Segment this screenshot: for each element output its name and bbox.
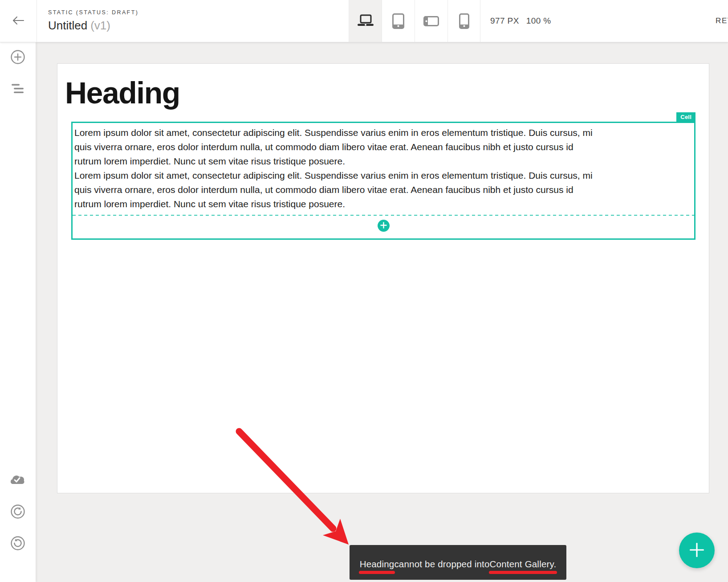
device-mobile-button[interactable] — [447, 0, 480, 42]
cell-badge: Cell — [676, 112, 695, 122]
back-button[interactable] — [0, 0, 37, 42]
redo-icon — [10, 535, 26, 553]
plus-icon — [689, 542, 704, 559]
device-tablet-landscape-button[interactable] — [415, 0, 447, 42]
device-preview-bar — [349, 0, 480, 42]
page-canvas: Heading Cell Lorem ipsum dolor sit amet,… — [57, 63, 709, 493]
back-arrow-icon — [12, 15, 25, 27]
revert-button[interactable]: RET — [716, 0, 728, 42]
plus-icon — [380, 222, 387, 230]
tablet-icon — [392, 13, 404, 29]
content-outline-button[interactable] — [0, 74, 36, 105]
drag-feedback-tooltip: Heading cannot be dropped into Content G… — [350, 545, 566, 580]
header-divider — [37, 0, 37, 42]
page-status-label: STATIC (STATUS: DRAFT) — [48, 9, 138, 16]
document-title-block: STATIC (STATUS: DRAFT) Untitled(v1) — [48, 9, 138, 33]
device-tablet-portrait-button[interactable] — [382, 0, 415, 42]
heading-widget[interactable]: Heading — [65, 78, 709, 108]
phone-icon — [459, 13, 469, 29]
rich-text-widget: Lorem ipsum dolor sit amet, consectetur … — [73, 123, 694, 211]
tablet-landscape-icon — [423, 16, 439, 26]
tooltip-message: Heading cannot be dropped into Content G… — [350, 559, 566, 570]
save-status-indicator — [0, 465, 36, 496]
paragraph: Lorem ipsum dolor sit amet, consectetur … — [74, 168, 692, 211]
cloud-check-icon — [9, 474, 27, 488]
add-widget-in-cell-button[interactable] — [378, 220, 390, 232]
zoom-level-value: 100 % — [526, 16, 551, 26]
page-version: (v1) — [90, 19, 110, 32]
top-bar: STATIC (STATUS: DRAFT) Untitled(v1) — [0, 0, 728, 42]
outline-icon — [11, 83, 24, 95]
laptop-icon — [357, 14, 374, 28]
plus-circle-icon — [10, 49, 26, 66]
add-widget-button[interactable] — [0, 42, 36, 74]
tooltip-segment-heading: Heading — [360, 559, 395, 570]
tooltip-segment-middle: cannot be dropped into — [394, 559, 489, 570]
undo-icon — [10, 504, 26, 521]
undo-button[interactable] — [0, 496, 36, 528]
drop-target-indicator — [73, 215, 694, 216]
selected-cell[interactable]: Cell Lorem ipsum dolor sit amet, consect… — [71, 122, 695, 240]
viewport-info: 977 PX 100 % — [490, 0, 551, 42]
viewport-width-value: 977 PX — [490, 16, 519, 26]
tooltip-segment-gallery: Content Gallery. — [490, 559, 557, 570]
paragraph: Lorem ipsum dolor sit amet, consectetur … — [74, 126, 692, 168]
add-section-fab[interactable] — [679, 533, 715, 568]
page-title: Untitled(v1) — [48, 19, 138, 33]
device-desktop-button[interactable] — [349, 0, 382, 42]
left-toolbar — [0, 42, 36, 582]
left-toolbar-bottom — [0, 465, 36, 560]
redo-button[interactable] — [0, 528, 36, 560]
